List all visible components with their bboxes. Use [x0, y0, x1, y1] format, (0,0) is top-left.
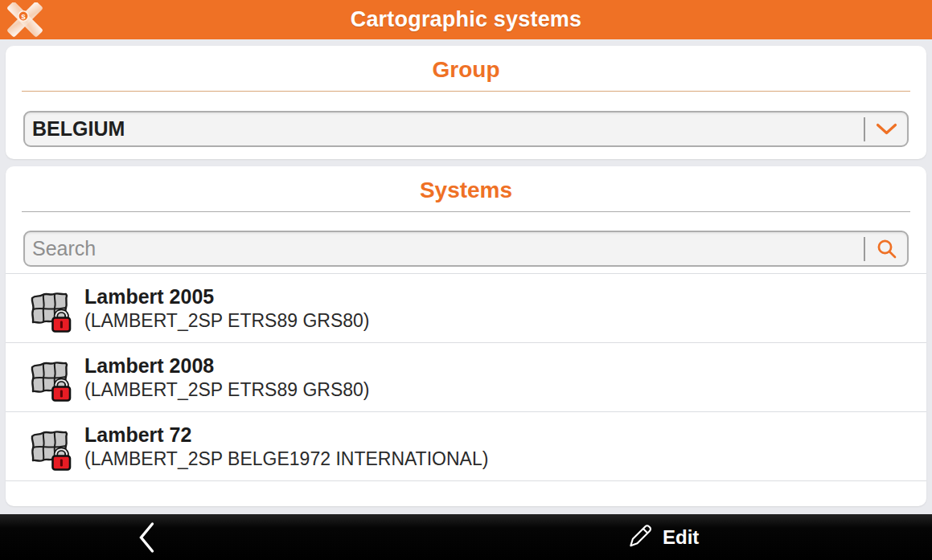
system-item-lambert-2008[interactable]: Lambert 2008 (LAMBERT_2SP ETRS89 GRS80)	[6, 343, 926, 411]
group-title-rule	[22, 91, 910, 92]
system-name: Lambert 72	[84, 423, 488, 448]
cartographic-systems-screen: s Cartographic systems Group BELGIUM Sys…	[0, 0, 932, 506]
pencil-icon	[626, 521, 655, 553]
system-name: Lambert 2005	[84, 284, 370, 309]
group-section-title: Group	[6, 46, 926, 83]
group-dropdown[interactable]: BELGIUM	[23, 111, 909, 147]
systems-section-title: Systems	[6, 166, 926, 203]
system-item-lambert-2005[interactable]: Lambert 2005 (LAMBERT_2SP ETRS89 GRS80)	[6, 274, 926, 342]
group-section: Group BELGIUM	[6, 46, 926, 159]
list-divider	[6, 480, 926, 481]
map-locked-icon	[26, 424, 74, 472]
systems-section: Systems Lambert 2005 (LAMBERT_2SP ETRS89…	[6, 166, 926, 506]
system-name: Lambert 2008	[84, 354, 370, 378]
search-divider	[864, 237, 865, 261]
map-locked-icon	[26, 355, 74, 403]
system-item-lambert-72[interactable]: Lambert 72 (LAMBERT_2SP BELGE1972 INTERN…	[6, 412, 926, 480]
system-detail: (LAMBERT_2SP BELGE1972 INTERNATIONAL)	[84, 448, 488, 471]
dropdown-divider	[864, 117, 865, 141]
chevron-down-icon[interactable]	[876, 123, 897, 136]
svg-text:s: s	[21, 12, 26, 21]
back-button[interactable]	[138, 514, 155, 560]
chevron-left-icon	[138, 521, 155, 554]
search-icon[interactable]	[876, 238, 897, 260]
map-locked-icon	[26, 286, 74, 334]
app-logo-icon[interactable]: s	[6, 2, 43, 37]
search-box[interactable]	[23, 231, 909, 267]
edit-button[interactable]: Edit	[626, 514, 699, 560]
systems-title-rule	[22, 211, 910, 212]
system-detail: (LAMBERT_2SP ETRS89 GRS80)	[84, 378, 370, 402]
system-detail: (LAMBERT_2SP ETRS89 GRS80)	[84, 309, 370, 333]
group-dropdown-value: BELGIUM	[32, 117, 125, 141]
page-title: Cartographic systems	[0, 7, 932, 32]
edit-label: Edit	[663, 526, 699, 549]
search-input[interactable]	[32, 237, 864, 260]
app-header: s Cartographic systems	[0, 0, 932, 39]
bottom-bar: Edit	[0, 514, 932, 560]
